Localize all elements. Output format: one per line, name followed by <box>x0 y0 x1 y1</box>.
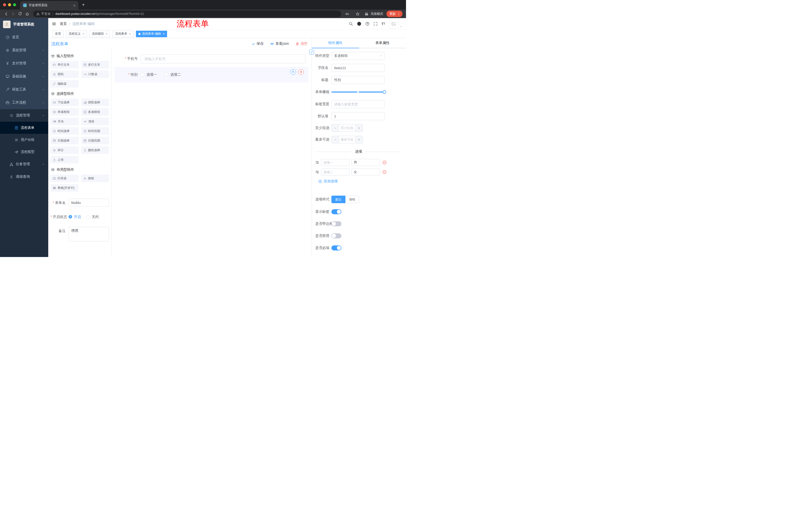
component-chip-counter[interactable]: 计数器 <box>81 71 109 78</box>
sidebar-item-leave-query[interactable]: 请假查询 <box>0 170 48 183</box>
password-key-icon[interactable] <box>344 10 351 17</box>
component-chip-switch[interactable]: 开关 <box>51 118 79 125</box>
stepper-increase-button[interactable]: + <box>355 125 362 132</box>
help-icon[interactable] <box>365 22 370 26</box>
sidebar-item-process-model[interactable]: 流程模型 <box>0 146 48 158</box>
canvas-field-gender[interactable]: 性别 选项一 选项二 <box>115 67 309 82</box>
option-value-input[interactable] <box>351 159 380 166</box>
browser-tab[interactable]: 芋道管理系统 × <box>20 1 78 9</box>
reload-button[interactable] <box>17 10 24 17</box>
checkbox-option-2[interactable]: 选项二 <box>165 73 181 77</box>
slider-track[interactable] <box>331 91 385 92</box>
sidebar-item-payment-management[interactable]: 支付管理 <box>0 57 48 70</box>
breadcrumb-home[interactable]: 首页 <box>60 22 67 26</box>
min-select-stepper[interactable]: − 至少应选 + <box>331 124 363 132</box>
window-close-button[interactable] <box>3 3 6 6</box>
component-chip-select[interactable]: 下拉选择 <box>51 99 79 106</box>
with-border-toggle[interactable] <box>331 221 342 226</box>
slider-handle[interactable] <box>383 90 386 94</box>
home-button[interactable] <box>24 10 31 17</box>
stepper-increase-button[interactable]: + <box>355 136 362 143</box>
tab-close-icon[interactable]: × <box>163 32 165 35</box>
component-chip-color-picker[interactable]: 颜色选择 <box>81 146 109 154</box>
security-label[interactable]: 不安全 <box>41 12 51 16</box>
window-zoom-button[interactable] <box>13 3 16 6</box>
status-radio-on[interactable]: 开启 <box>68 213 81 221</box>
component-chip-single-line-text[interactable]: 单行文本 <box>51 61 79 69</box>
drag-handle-icon[interactable] <box>315 170 319 174</box>
forward-button[interactable] <box>9 10 17 17</box>
sidebar-item-workflow[interactable]: 工作流程 <box>0 96 48 109</box>
component-chip-table[interactable]: 表格[开发中] <box>51 184 79 192</box>
component-type-select[interactable] <box>331 52 385 60</box>
component-chip-rate[interactable]: 评分 <box>51 146 79 154</box>
form-name-input[interactable] <box>68 199 109 207</box>
user-menu[interactable] <box>389 19 403 29</box>
sidebar-item-process-form[interactable]: 流程表单 <box>0 122 48 134</box>
drag-handle-icon[interactable] <box>315 160 319 164</box>
show-label-toggle[interactable] <box>331 209 342 214</box>
bookmark-star-icon[interactable] <box>354 10 361 17</box>
sidebar-item-user-group[interactable]: 用户分组 <box>0 134 48 146</box>
tab-component-props[interactable]: 组件属性 <box>312 38 359 48</box>
option-style-default-button[interactable]: 默认 <box>331 196 345 203</box>
form-remark-textarea[interactable]: 嘿嘿 <box>68 227 109 241</box>
tab-close-icon[interactable]: × <box>82 32 84 35</box>
search-icon[interactable] <box>349 22 353 26</box>
max-select-placeholder[interactable]: 最多可选 <box>339 136 355 143</box>
kebab-menu-icon[interactable] <box>397 12 401 16</box>
sidebar-item-infrastructure[interactable]: 基础设施 <box>0 70 48 83</box>
checkbox-icon[interactable] <box>141 73 144 77</box>
component-chip-radio-group[interactable]: 单选框组 <box>51 108 79 116</box>
back-button[interactable] <box>2 10 9 17</box>
component-chip-time-picker[interactable]: 时间选择 <box>51 127 79 135</box>
label-width-input[interactable] <box>331 100 385 108</box>
form-canvas[interactable]: 手机号 性别 选项一 选项二 <box>112 49 312 257</box>
tab-close-icon[interactable]: × <box>129 32 131 35</box>
max-select-stepper[interactable]: − 最多可选 + <box>331 136 363 143</box>
canvas-field-phone[interactable]: 手机号 <box>115 53 309 65</box>
component-chip-upload[interactable]: 上传 <box>51 156 79 163</box>
field-name-input[interactable] <box>331 64 385 72</box>
delete-widget-button[interactable] <box>298 69 304 75</box>
component-chip-date-picker[interactable]: 日期选择 <box>51 137 79 144</box>
sidebar-item-system-management[interactable]: 系统管理 <box>0 44 48 57</box>
component-chip-button[interactable]: 按钮 <box>81 174 109 182</box>
view-json-button[interactable]: 查看json <box>270 42 289 46</box>
remove-option-button[interactable] <box>382 170 387 174</box>
clear-button[interactable]: 清空 <box>295 42 308 46</box>
sidebar-item-home[interactable]: 首页 <box>0 31 48 44</box>
add-option-button[interactable]: 添加选项 <box>318 179 402 184</box>
fullscreen-icon[interactable] <box>373 22 378 26</box>
sidebar-item-dev-tools[interactable]: 研发工具 <box>0 83 48 96</box>
link-icon[interactable] <box>309 50 314 55</box>
incognito-badge[interactable]: 无痕模式 <box>364 11 383 16</box>
status-radio-off[interactable]: 关闭 <box>86 213 99 221</box>
component-chip-row-container[interactable]: 行容器 <box>51 174 79 182</box>
tag-process-form[interactable]: 流程表单 × <box>113 31 134 37</box>
component-chip-checkbox-group[interactable]: 多选框组 <box>81 108 109 116</box>
window-minimize-button[interactable] <box>8 3 11 6</box>
tag-home[interactable]: 首页 <box>53 31 63 37</box>
option-value-input[interactable] <box>351 168 380 175</box>
tab-close-icon[interactable]: × <box>106 32 108 35</box>
checkbox-icon[interactable] <box>165 73 168 77</box>
tag-process-definition[interactable]: 流程定义 × <box>66 31 87 37</box>
grid-slider[interactable] <box>331 88 385 96</box>
tab-close-icon[interactable]: × <box>73 3 76 7</box>
component-chip-password[interactable]: 密码 <box>51 71 79 78</box>
hamburger-icon[interactable] <box>52 22 56 26</box>
disabled-toggle[interactable] <box>331 233 342 238</box>
address-bar[interactable]: 不安全 dashboard.yudao.iocoder.cn /bpm/mana… <box>33 10 341 17</box>
phone-input[interactable] <box>141 54 306 63</box>
tag-process-form-edit[interactable]: 流程表单-编辑 × <box>136 31 167 37</box>
component-chip-date-range[interactable]: 日期范围 <box>81 137 109 144</box>
component-chip-rich-text-editor[interactable]: 编辑器 <box>51 80 79 87</box>
tag-process-model[interactable]: 流程模型 × <box>89 31 110 37</box>
component-chip-cascader[interactable]: 级联选择 <box>81 99 109 106</box>
component-chip-time-range[interactable]: 时间范围 <box>81 127 109 135</box>
default-value-input[interactable] <box>331 112 385 120</box>
font-size-icon[interactable]: TT <box>381 22 385 26</box>
copy-widget-button[interactable] <box>290 69 296 75</box>
sidebar-item-task-management[interactable]: 任务管理 <box>0 158 48 170</box>
